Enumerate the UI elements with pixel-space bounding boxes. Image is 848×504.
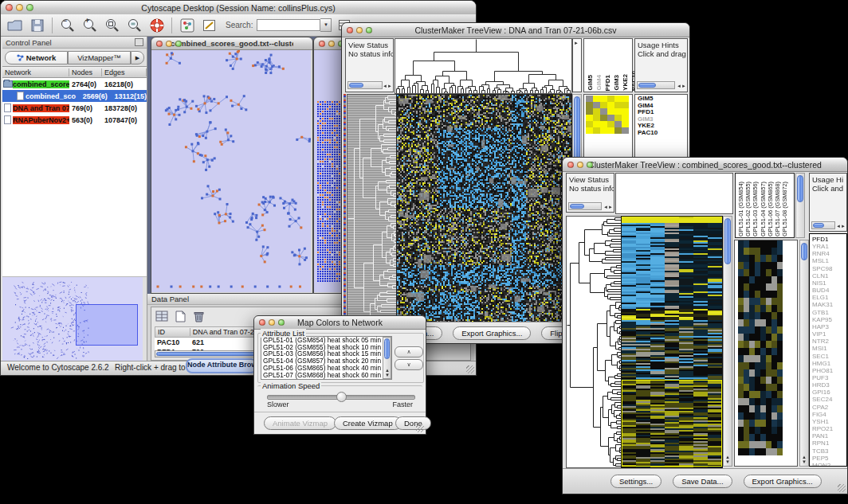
treeview1-titlebar[interactable]: ClusterMaker TreeView : DNA and Tran 07-… bbox=[342, 23, 689, 37]
treeview2-row-dendrogram[interactable] bbox=[566, 216, 622, 468]
gene-label[interactable]: SEC1 bbox=[812, 353, 846, 360]
gene-label[interactable]: NIS1 bbox=[812, 279, 846, 287]
create-vizmap-button[interactable]: Create Vizmap bbox=[334, 416, 402, 430]
close-icon[interactable] bbox=[567, 162, 574, 168]
gene-label[interactable]: RPO21 bbox=[812, 425, 846, 432]
treeview1-zoom-heatmap[interactable] bbox=[586, 96, 630, 134]
tab-network[interactable]: Network bbox=[5, 51, 68, 64]
network-list-row[interactable]: combined_scores2764(0)16218(0) bbox=[2, 78, 147, 90]
close-icon[interactable] bbox=[319, 41, 325, 47]
close-icon[interactable] bbox=[347, 27, 353, 33]
gene-label[interactable]: RNR4 bbox=[812, 250, 846, 257]
float-panel-icon[interactable] bbox=[135, 38, 143, 46]
animation-speed-slider-thumb[interactable] bbox=[336, 392, 347, 402]
new-attribute-icon[interactable] bbox=[173, 309, 187, 323]
move-attribute-up-button[interactable]: ∧ bbox=[395, 346, 423, 357]
dialog-titlebar[interactable]: Map Colors to Network bbox=[254, 316, 426, 330]
zoom-window-icon[interactable] bbox=[26, 4, 33, 11]
gene-label[interactable]: PFD1 bbox=[812, 236, 846, 243]
done-button[interactable]: Done bbox=[395, 416, 431, 430]
open-file-icon[interactable] bbox=[6, 16, 24, 34]
close-icon[interactable] bbox=[156, 41, 163, 47]
node-appearance-icon[interactable] bbox=[178, 16, 196, 34]
treeview2-heatmap[interactable] bbox=[621, 216, 723, 468]
treeview1-row-dendrogram[interactable] bbox=[347, 94, 397, 326]
resize-grip[interactable] bbox=[838, 484, 846, 492]
gene-label[interactable]: BUD4 bbox=[812, 287, 846, 294]
treeview1-column-dendrogram[interactable] bbox=[395, 38, 572, 94]
resize-grip[interactable] bbox=[416, 424, 424, 432]
minimize-icon[interactable] bbox=[269, 319, 275, 326]
usage-hints-hscrollbar[interactable] bbox=[637, 81, 675, 89]
gene-label[interactable]: CLN1 bbox=[812, 272, 846, 279]
gene-label[interactable]: CPA2 bbox=[812, 404, 846, 411]
search-dropdown-icon[interactable]: ▼ bbox=[320, 18, 332, 32]
gene-label[interactable]: GTB1 bbox=[812, 309, 846, 316]
search-input[interactable] bbox=[257, 19, 320, 31]
resize-grip[interactable] bbox=[466, 365, 474, 373]
gene-label[interactable]: PAC10 bbox=[638, 130, 687, 137]
search-combobox[interactable]: ▼ bbox=[257, 18, 332, 32]
gene-label[interactable]: FIG4 bbox=[812, 411, 846, 418]
treeview2-vscrollbar[interactable]: ▲▼ bbox=[723, 216, 732, 467]
annotation-icon[interactable] bbox=[200, 16, 218, 34]
main-titlebar[interactable]: Cytoscape Desktop (Session Name: collins… bbox=[1, 1, 476, 15]
treeview2-column-labels-scrollbar[interactable] bbox=[795, 173, 805, 238]
zoom-in-icon[interactable]: + bbox=[80, 16, 99, 34]
gene-label[interactable]: NTR2 bbox=[812, 338, 846, 345]
gene-label[interactable]: TCB3 bbox=[812, 447, 846, 455]
gene-label[interactable]: GPI16 bbox=[812, 389, 846, 396]
gene-label[interactable]: MSI1 bbox=[812, 345, 846, 352]
zoom-fit-icon[interactable] bbox=[103, 16, 121, 34]
tab-vizmapper[interactable]: VizMapper™ bbox=[68, 51, 131, 64]
minimize-icon[interactable] bbox=[328, 41, 335, 47]
gene-label[interactable]: PHO81 bbox=[812, 367, 846, 374]
network-list-row[interactable]: DNA and Tran 07769(0)183728(0) bbox=[2, 102, 147, 114]
close-icon[interactable] bbox=[259, 319, 265, 326]
treeview1-dendrogram-scroll-strip[interactable]: ► bbox=[572, 38, 582, 92]
gene-label[interactable]: KAP95 bbox=[812, 316, 846, 323]
zoom-out-icon[interactable]: − bbox=[58, 16, 77, 34]
treeview2-column-dendrogram-area[interactable] bbox=[615, 173, 733, 214]
view-status-hscrollbar[interactable] bbox=[568, 202, 602, 210]
zoom-window-icon[interactable] bbox=[366, 27, 372, 33]
zoom-selected-icon[interactable] bbox=[125, 16, 143, 34]
minimize-icon[interactable] bbox=[16, 4, 23, 11]
network-list-row[interactable]: combined_sco2569(6)13112(15) bbox=[2, 90, 147, 102]
animate-vizmap-button[interactable]: Animate Vizmap bbox=[264, 416, 336, 430]
zoom-window-icon[interactable] bbox=[175, 41, 182, 47]
select-attributes-icon[interactable] bbox=[155, 309, 169, 323]
gene-label[interactable]: HRD3 bbox=[812, 381, 846, 389]
attribute-list-scrollbar[interactable]: ▲▼ bbox=[383, 337, 391, 379]
help-lifebuoy-icon[interactable] bbox=[147, 16, 166, 34]
move-attribute-down-button[interactable]: ∨ bbox=[395, 359, 423, 370]
export-graphics-button[interactable]: Export Graphics... bbox=[453, 326, 531, 340]
zoom-window-icon[interactable] bbox=[587, 162, 593, 168]
gene-label[interactable]: ELG1 bbox=[812, 294, 846, 301]
network-overview-thumbnail[interactable] bbox=[2, 277, 143, 363]
treeview1-heatmap[interactable] bbox=[396, 94, 572, 326]
gene-label[interactable]: MAK31 bbox=[812, 301, 846, 308]
zoom-window-icon[interactable] bbox=[278, 319, 285, 326]
gene-label[interactable]: HAP3 bbox=[812, 323, 846, 330]
close-icon[interactable] bbox=[6, 4, 13, 11]
minimize-icon[interactable] bbox=[166, 41, 172, 47]
treeview2-titlebar[interactable]: ClusterMaker TreeView : combined_scores_… bbox=[563, 158, 847, 172]
network-view-titlebar[interactable]: combined_scores_good.txt--cluste... bbox=[151, 37, 312, 50]
window-controls[interactable] bbox=[1, 4, 33, 11]
minimize-icon[interactable] bbox=[577, 162, 583, 168]
usage-hints-hscrollbar[interactable] bbox=[811, 221, 835, 229]
view-status-hscrollbar[interactable] bbox=[347, 81, 383, 89]
gene-label[interactable]: RPN1 bbox=[812, 440, 846, 447]
save-data-button[interactable]: Save Data... bbox=[673, 475, 732, 488]
gene-label[interactable]: YRA1 bbox=[812, 243, 846, 250]
gene-label[interactable]: PAN1 bbox=[812, 432, 846, 440]
gene-label[interactable]: SEC24 bbox=[812, 396, 846, 403]
save-icon[interactable] bbox=[28, 16, 46, 34]
node-attribute-browser-tab[interactable]: Node Attribute Brows bbox=[186, 358, 257, 373]
network-canvas[interactable] bbox=[151, 50, 311, 292]
gene-label[interactable]: MON2 bbox=[812, 462, 846, 467]
export-graphics-button[interactable]: Export Graphics... bbox=[744, 475, 822, 488]
attribute-list[interactable]: GPL51-01 (GSM854) heat shock 05 minGPL51… bbox=[261, 336, 392, 380]
gene-label[interactable]: SPC98 bbox=[812, 265, 846, 272]
